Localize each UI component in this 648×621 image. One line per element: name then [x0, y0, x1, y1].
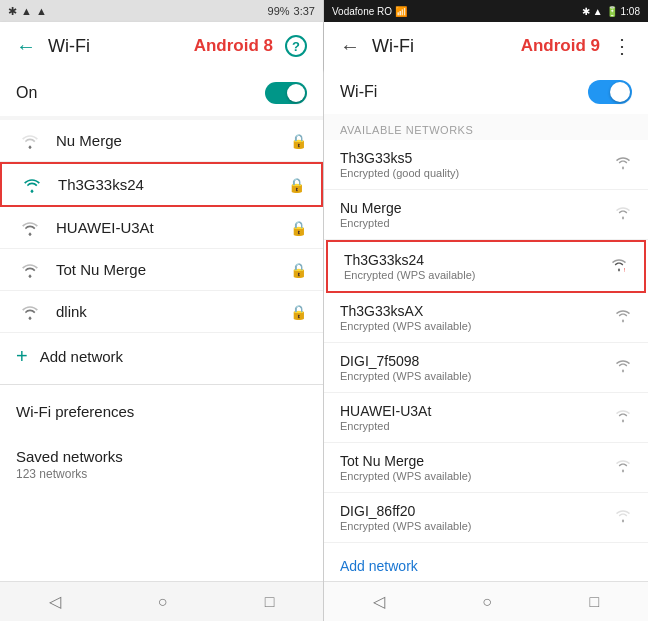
wifi-icon-nu-merge	[16, 133, 44, 149]
network-item-th3g33ks24-a9[interactable]: Th3G33ks24 Encrypted (WPS available) !	[326, 240, 646, 293]
back-nav-a9[interactable]: ◁	[373, 592, 385, 611]
wifi-icon-huawei	[16, 220, 44, 236]
bt-icon-a9: ✱	[582, 6, 590, 17]
network-item-tot-nu-merge-a8[interactable]: Tot Nu Merge 🔒	[0, 249, 323, 291]
net-name-tot-nu-merge-a9: Tot Nu Merge	[340, 453, 606, 469]
header-a8: ← Wi-Fi Android 8 ?	[0, 22, 323, 70]
wifi-icon-dlink	[16, 304, 44, 320]
wifi-signal-th3g33ksax	[614, 309, 632, 327]
net-name-th3g33ks24: Th3G33ks24	[344, 252, 602, 268]
wifi-signal-tot-nu-merge-a9	[614, 459, 632, 477]
header-a9: ← Wi-Fi Android 9 ⋮	[324, 22, 648, 70]
network-name-tot-nu-merge-a8: Tot Nu Merge	[56, 261, 290, 278]
lock-icon-tot-nu-merge: 🔒	[290, 262, 307, 278]
network-item-huawei-a8[interactable]: HUAWEI-U3At 🔒	[0, 207, 323, 249]
wifi-preferences-a8[interactable]: Wi-Fi preferences	[0, 389, 323, 434]
android-version-label-a8: Android 8	[194, 36, 273, 56]
network-item-th3g33ks5-a9[interactable]: Th3G33ks5 Encrypted (good quality)	[324, 140, 648, 190]
net-info-digi7f: DIGI_7f5098 Encrypted (WPS available)	[340, 353, 606, 382]
add-network-a8[interactable]: + Add network	[0, 333, 323, 380]
add-network-a9[interactable]: Add network	[324, 543, 648, 581]
wifi-toggle-switch-a8[interactable]	[265, 82, 307, 104]
home-nav-a9[interactable]: ○	[482, 593, 492, 611]
nav-bar-a9: ◁ ○ □	[324, 581, 648, 621]
wifi-signal-th3g33ks5	[614, 156, 632, 174]
network-item-digi7f-a9[interactable]: DIGI_7f5098 Encrypted (WPS available)	[324, 343, 648, 393]
net-name-th3g33ks5: Th3G33ks5	[340, 150, 606, 166]
lock-icon-th3g33ks24: 🔒	[288, 177, 305, 193]
battery-icon-a9: 🔋	[606, 6, 618, 17]
net-status-tot-nu-merge-a9: Encrypted (WPS available)	[340, 470, 606, 482]
nav-bar-a8: ◁ ○ □	[0, 581, 323, 621]
divider-a8	[0, 384, 323, 385]
network-name-th3g33ks24-a8: Th3G33ks24	[58, 176, 288, 193]
wifi-signal-digi86	[614, 509, 632, 527]
network-name-nu-merge-a8: Nu Merge	[56, 132, 290, 149]
bt-icon: ✱	[8, 5, 17, 18]
signal-icon: ▲	[21, 5, 32, 17]
available-networks-header: AVAILABLE NETWORKS	[324, 116, 648, 140]
saved-networks-label: Saved networks	[16, 448, 123, 465]
network-item-digi86-a9[interactable]: DIGI_86ff20 Encrypted (WPS available)	[324, 493, 648, 543]
status-icons-right: ✱ ▲ 🔋 1:08	[582, 6, 640, 17]
net-info-th3g33ks24: Th3G33ks24 Encrypted (WPS available)	[344, 252, 602, 281]
lock-icon-huawei: 🔒	[290, 220, 307, 236]
back-button-a8[interactable]: ←	[16, 35, 36, 58]
wifi-signal-nu-merge	[614, 206, 632, 224]
network-item-nu-merge-a8[interactable]: Nu Merge 🔒	[0, 120, 323, 162]
saved-networks-a8[interactable]: Saved networks 123 networks	[0, 434, 323, 495]
network-item-th3g33ks24-a8[interactable]: Th3G33ks24 🔒	[0, 162, 323, 207]
back-nav-a8[interactable]: ◁	[49, 592, 61, 611]
net-status-huawei-a9: Encrypted	[340, 420, 606, 432]
net-status-th3g33ks5: Encrypted (good quality)	[340, 167, 606, 179]
net-name-nu-merge: Nu Merge	[340, 200, 606, 216]
net-status-digi86: Encrypted (WPS available)	[340, 520, 606, 532]
time-text: 3:37	[294, 5, 315, 17]
net-info-tot-nu-merge-a9: Tot Nu Merge Encrypted (WPS available)	[340, 453, 606, 482]
net-name-digi86: DIGI_86ff20	[340, 503, 606, 519]
net-status-nu-merge: Encrypted	[340, 217, 606, 229]
wifi-signal-th3g33ks24: !	[610, 258, 628, 276]
net-status-th3g33ks24: Encrypted (WPS available)	[344, 269, 602, 281]
recents-nav-a9[interactable]: □	[590, 593, 600, 611]
lock-icon-nu-merge: 🔒	[290, 133, 307, 149]
network-item-huawei-a9[interactable]: HUAWEI-U3At Encrypted	[324, 393, 648, 443]
wifi-toggle-label-a9: Wi-Fi	[340, 83, 377, 101]
wifi-toggle-row-a8: On	[0, 70, 323, 116]
net-info-th3g33ksax: Th3G33ksAX Encrypted (WPS available)	[340, 303, 606, 332]
network-item-nu-merge-a9[interactable]: Nu Merge Encrypted	[324, 190, 648, 240]
wifi-toggle-label-a8: On	[16, 84, 37, 102]
net-status-digi7f: Encrypted (WPS available)	[340, 370, 606, 382]
network-item-dlink-a8[interactable]: dlink 🔒	[0, 291, 323, 333]
recents-nav-a8[interactable]: □	[265, 593, 275, 611]
add-network-label-a8: Add network	[40, 348, 123, 365]
more-button-a9[interactable]: ⋮	[612, 34, 632, 58]
net-name-th3g33ksax: Th3G33ksAX	[340, 303, 606, 319]
net-info-huawei-a9: HUAWEI-U3At Encrypted	[340, 403, 606, 432]
wifi-preferences-label: Wi-Fi preferences	[16, 403, 134, 420]
page-title-a8: Wi-Fi	[48, 36, 182, 57]
wifi-icon-tot-nu-merge	[16, 262, 44, 278]
page-title-a9: Wi-Fi	[372, 36, 509, 57]
network-name-huawei-a8: HUAWEI-U3At	[56, 219, 290, 236]
wifi-status-icon: ▲	[36, 5, 47, 17]
saved-networks-sub: 123 networks	[16, 467, 307, 481]
help-button-a8[interactable]: ?	[285, 35, 307, 57]
lock-icon-dlink: 🔒	[290, 304, 307, 320]
wifi-signal-huawei-a9	[614, 409, 632, 427]
net-info-th3g33ks5: Th3G33ks5 Encrypted (good quality)	[340, 150, 606, 179]
back-button-a9[interactable]: ←	[340, 35, 360, 58]
status-icons-left: ✱ ▲ ▲	[8, 5, 47, 18]
wifi-icon-th3g33ks24	[18, 177, 46, 193]
wifi-toggle-row-a9: Wi-Fi	[324, 70, 648, 114]
net-status-th3g33ksax: Encrypted (WPS available)	[340, 320, 606, 332]
battery-text: 99%	[268, 5, 290, 17]
android9-panel: Vodafone RO 📶 ✱ ▲ 🔋 1:08 ← Wi-Fi Android…	[324, 0, 648, 621]
status-bar-a9: Vodafone RO 📶 ✱ ▲ 🔋 1:08	[324, 0, 648, 22]
net-name-digi7f: DIGI_7f5098	[340, 353, 606, 369]
wifi-toggle-switch-a9[interactable]	[588, 80, 632, 104]
home-nav-a8[interactable]: ○	[158, 593, 168, 611]
network-item-th3g33ksax-a9[interactable]: Th3G33ksAX Encrypted (WPS available)	[324, 293, 648, 343]
network-item-tot-nu-merge-a9[interactable]: Tot Nu Merge Encrypted (WPS available)	[324, 443, 648, 493]
network-name-dlink-a8: dlink	[56, 303, 290, 320]
